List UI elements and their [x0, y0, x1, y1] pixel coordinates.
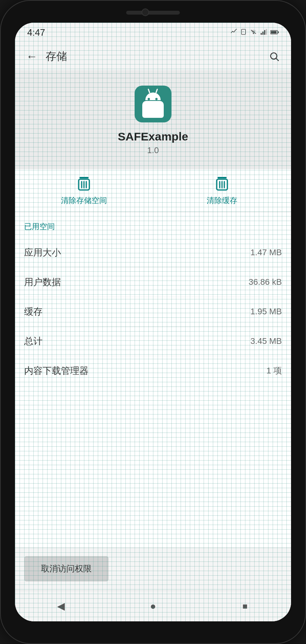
app-info-section: SAFExample 1.0 [15, 70, 291, 169]
screen: 4:47 ? [15, 23, 291, 621]
phone-shell: 4:47 ? [0, 0, 306, 644]
eye-right [155, 98, 158, 100]
app-icon [135, 86, 171, 122]
eye-left [148, 98, 150, 100]
android-body [142, 101, 164, 118]
android-head [145, 92, 161, 100]
android-icon [139, 90, 167, 118]
